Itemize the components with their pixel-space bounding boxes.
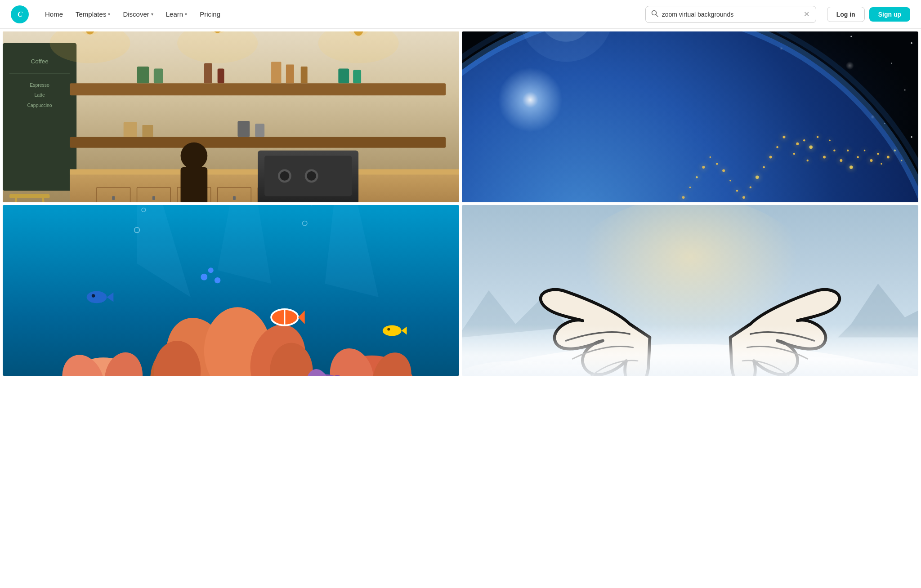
- svg-point-119: [722, 169, 725, 172]
- svg-point-130: [462, 31, 918, 202]
- login-button[interactable]: Log in: [827, 7, 865, 22]
- svg-rect-15: [218, 69, 224, 84]
- signup-button[interactable]: Sign up: [869, 7, 910, 22]
- svg-point-112: [769, 156, 772, 159]
- svg-point-103: [864, 150, 866, 151]
- svg-point-121: [709, 156, 711, 158]
- grid-item-coral[interactable]: [3, 205, 459, 376]
- search-icon: [651, 10, 658, 19]
- svg-point-124: [689, 187, 691, 188]
- svg-point-97: [833, 149, 835, 151]
- svg-point-99: [840, 159, 842, 162]
- svg-point-95: [806, 160, 808, 161]
- results-grid: Coffee Espresso Latte Cappuccino: [0, 29, 921, 379]
- svg-point-94: [817, 136, 818, 138]
- svg-point-139: [519, 31, 613, 62]
- svg-point-114: [756, 176, 759, 179]
- svg-point-104: [870, 159, 873, 162]
- svg-rect-22: [124, 122, 137, 137]
- angel-wings-image: [462, 205, 918, 376]
- svg-rect-55: [233, 196, 236, 200]
- nav-learn[interactable]: Learn ▾: [161, 7, 192, 22]
- svg-point-189: [462, 364, 670, 376]
- navbar: C Home Templates ▾ Discover ▾ Learn ▾ Pr…: [0, 0, 921, 29]
- svg-point-113: [763, 166, 765, 168]
- nav-actions: Log in Sign up: [827, 7, 910, 22]
- svg-point-74: [462, 31, 918, 202]
- svg-point-193: [791, 362, 918, 376]
- svg-point-109: [901, 160, 903, 161]
- svg-point-78: [850, 36, 852, 37]
- svg-point-106: [881, 163, 882, 165]
- coffee-shop-image: Coffee Espresso Latte Cappuccino: [3, 31, 459, 202]
- svg-point-176: [387, 328, 390, 331]
- svg-point-98: [829, 139, 831, 141]
- clear-search-button[interactable]: ✕: [803, 11, 810, 18]
- svg-text:Coffee: Coffee: [31, 58, 48, 65]
- nav-links: Home Templates ▾ Discover ▾ Learn ▾ Pric…: [40, 7, 642, 22]
- logo-icon: C: [11, 5, 29, 23]
- svg-point-192: [462, 361, 583, 376]
- nav-discover[interactable]: Discover ▾: [117, 7, 158, 22]
- learn-chevron-icon: ▾: [185, 12, 187, 17]
- nav-home[interactable]: Home: [40, 7, 68, 22]
- svg-point-96: [823, 156, 826, 159]
- svg-point-116: [742, 196, 745, 199]
- svg-point-89: [462, 31, 918, 202]
- svg-point-131: [462, 31, 918, 202]
- discover-chevron-icon: ▾: [151, 12, 153, 17]
- svg-rect-24: [237, 121, 250, 137]
- search-input[interactable]: [662, 11, 799, 18]
- svg-line-2: [656, 14, 658, 17]
- svg-rect-18: [301, 67, 308, 83]
- canva-logo[interactable]: C: [11, 5, 29, 23]
- svg-point-105: [877, 153, 879, 155]
- grid-item-space[interactable]: [462, 31, 918, 202]
- templates-chevron-icon: ▾: [108, 12, 110, 17]
- svg-point-63: [307, 171, 316, 181]
- svg-point-178: [208, 267, 214, 273]
- svg-point-81: [891, 62, 892, 63]
- svg-point-125: [682, 196, 685, 199]
- svg-rect-23: [142, 125, 153, 137]
- svg-point-61: [280, 171, 289, 181]
- svg-rect-51: [152, 196, 155, 200]
- svg-rect-75: [462, 31, 918, 202]
- svg-point-100: [847, 149, 849, 151]
- coral-reef-image: [3, 205, 459, 376]
- svg-point-111: [776, 146, 778, 148]
- svg-point-88: [894, 164, 895, 165]
- svg-rect-49: [112, 196, 115, 200]
- svg-point-64: [181, 143, 208, 169]
- grid-item-coffee[interactable]: Coffee Espresso Latte Cappuccino: [3, 31, 459, 202]
- svg-point-190: [703, 357, 918, 376]
- nav-pricing[interactable]: Pricing: [194, 7, 226, 22]
- nav-templates[interactable]: Templates ▾: [70, 7, 116, 22]
- search-box: ✕: [645, 6, 816, 23]
- svg-text:Espresso: Espresso: [30, 83, 49, 88]
- svg-point-108: [894, 149, 896, 151]
- svg-point-90: [796, 143, 799, 145]
- svg-rect-17: [286, 65, 294, 84]
- svg-point-101: [849, 165, 853, 169]
- search-area: ✕: [645, 6, 816, 23]
- svg-rect-20: [353, 70, 361, 84]
- grid-item-wings[interactable]: [462, 205, 918, 376]
- space-earth-image: [462, 31, 918, 202]
- svg-point-93: [809, 145, 812, 148]
- svg-rect-12: [137, 67, 149, 83]
- svg-point-123: [696, 176, 697, 178]
- svg-point-122: [702, 166, 705, 169]
- svg-point-91: [803, 139, 805, 141]
- svg-point-173: [92, 294, 95, 297]
- svg-rect-14: [204, 63, 212, 84]
- svg-point-86: [884, 123, 885, 124]
- svg-rect-11: [70, 83, 446, 95]
- svg-point-179: [215, 277, 220, 283]
- svg-point-110: [782, 136, 785, 138]
- svg-point-177: [201, 274, 207, 281]
- svg-point-117: [736, 190, 738, 192]
- svg-rect-25: [255, 124, 264, 137]
- svg-point-185: [556, 205, 824, 376]
- svg-text:C: C: [18, 10, 22, 18]
